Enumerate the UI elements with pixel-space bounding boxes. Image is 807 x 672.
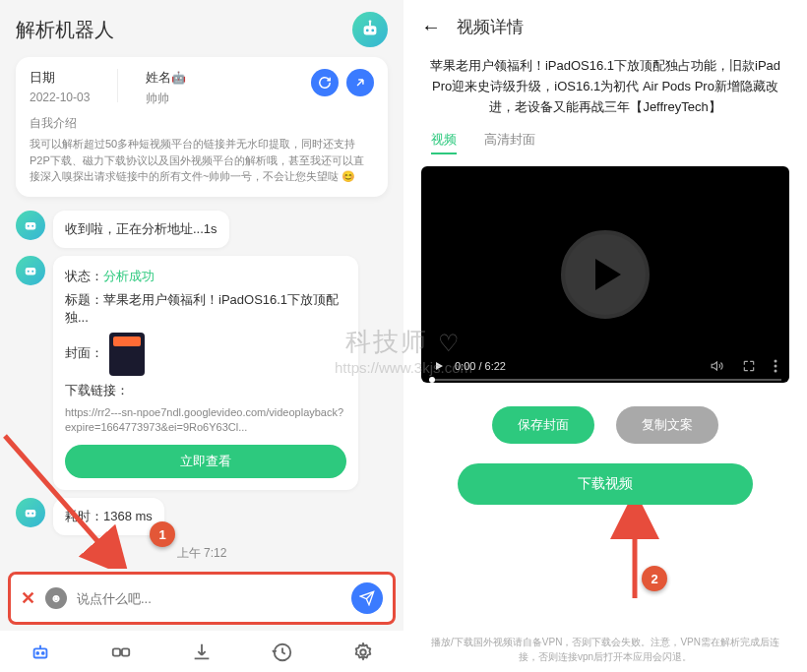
- nav-robot-icon[interactable]: [29, 641, 52, 664]
- emoji-icon[interactable]: ☻: [45, 587, 67, 609]
- share-button[interactable]: [346, 69, 374, 96]
- svg-point-6: [28, 224, 30, 226]
- link-label: 下载链接：: [65, 382, 346, 399]
- svg-rect-11: [26, 510, 36, 518]
- play-icon[interactable]: [561, 230, 650, 319]
- svg-rect-0: [364, 26, 377, 34]
- svg-rect-18: [122, 649, 129, 656]
- date-value: 2022-10-03: [30, 91, 90, 104]
- status-value: 分析成功: [103, 269, 155, 283]
- date-label: 日期: [30, 69, 90, 87]
- bot-avatar-small: [16, 211, 45, 240]
- annotation-marker-1: 1: [150, 521, 175, 547]
- cover-thumbnail[interactable]: [109, 333, 145, 376]
- title-value: 苹果老用户领福利！iPadOS16.1下放顶配独...: [65, 292, 339, 325]
- svg-point-20: [775, 360, 777, 363]
- video-player[interactable]: 0:00 / 6:22: [421, 166, 789, 383]
- footnote: 播放/下载国外视频请自备VPN，否则下载会失败。注意，VPN需在解析完成后连接，…: [421, 635, 789, 664]
- back-icon[interactable]: ←: [421, 16, 441, 38]
- progress-bar[interactable]: [429, 379, 781, 381]
- svg-rect-8: [26, 268, 36, 275]
- view-now-button[interactable]: 立即查看: [65, 445, 346, 478]
- bot-avatar[interactable]: [352, 12, 388, 47]
- svg-point-1: [366, 30, 369, 32]
- svg-point-12: [28, 513, 30, 515]
- play-pause-icon[interactable]: [433, 360, 445, 372]
- svg-point-9: [28, 270, 30, 272]
- bio-label: 自我介绍: [30, 115, 374, 132]
- tab-cover[interactable]: 高清封面: [484, 131, 535, 149]
- copy-text-button[interactable]: 复制文案: [616, 406, 718, 444]
- download-video-button[interactable]: 下载视频: [458, 463, 753, 505]
- name-label: 姓名🤖: [146, 69, 186, 87]
- svg-rect-5: [26, 222, 36, 230]
- nav-history-icon[interactable]: [271, 641, 294, 664]
- elapsed-message: 耗时：1368 ms: [53, 498, 164, 535]
- svg-point-2: [371, 30, 374, 32]
- message-input[interactable]: [77, 591, 341, 606]
- name-value: 帅帅: [146, 91, 186, 107]
- nav-link-icon[interactable]: [109, 641, 133, 664]
- send-button[interactable]: [351, 582, 383, 614]
- video-description: 苹果老用户领福利！iPadOS16.1下放顶配独占功能，旧款iPad Pro迎来…: [421, 50, 789, 131]
- nav-download-icon[interactable]: [190, 641, 214, 664]
- app-title: 解析机器人: [16, 17, 114, 43]
- fullscreen-icon[interactable]: [742, 359, 756, 373]
- download-link[interactable]: https://rr2---sn-npoe7ndl.googlevideo.co…: [65, 405, 346, 436]
- result-card: 状态：分析成功 标题：苹果老用户领福利！iPadOS16.1下放顶配独... 封…: [53, 256, 358, 491]
- svg-rect-3: [369, 23, 371, 27]
- svg-point-4: [369, 20, 372, 23]
- volume-icon[interactable]: [711, 359, 724, 373]
- annotation-marker-2: 2: [642, 566, 667, 591]
- svg-point-19: [360, 650, 366, 656]
- bot-avatar-small: [16, 498, 45, 527]
- tab-video[interactable]: 视频: [431, 131, 457, 149]
- bio-text: 我可以解析超过50多种短视频平台的链接并无水印提取，同时还支持P2P下载、磁力下…: [30, 136, 374, 185]
- svg-point-16: [42, 652, 44, 654]
- bottom-nav: [0, 631, 404, 672]
- svg-point-10: [31, 270, 33, 272]
- status-label: 状态：: [65, 269, 103, 283]
- video-time: 0:00 / 6:22: [455, 360, 506, 372]
- svg-point-7: [31, 224, 33, 226]
- cover-label: 封面：: [65, 345, 103, 360]
- timestamp: 上午 7:12: [0, 539, 404, 568]
- profile-card: 日期 2022-10-03 姓名🤖 帅帅 自我介绍 我可以解析超过50多种短视频…: [16, 57, 388, 197]
- nav-settings-icon[interactable]: [351, 641, 375, 664]
- svg-point-21: [775, 365, 777, 368]
- bot-avatar-small: [16, 256, 45, 285]
- refresh-button[interactable]: [311, 69, 339, 96]
- page-title: 视频详情: [457, 16, 524, 38]
- svg-point-15: [36, 652, 38, 654]
- svg-point-13: [31, 513, 33, 515]
- input-bar: ✕ ☻: [8, 572, 396, 625]
- title-label: 标题：: [65, 292, 103, 307]
- svg-rect-17: [113, 649, 120, 656]
- save-cover-button[interactable]: 保存封面: [492, 406, 594, 444]
- analyzing-message: 收到啦，正在分析地址...1s: [53, 211, 229, 248]
- more-icon[interactable]: [774, 359, 777, 373]
- close-icon[interactable]: ✕: [21, 587, 35, 609]
- svg-point-22: [775, 370, 777, 373]
